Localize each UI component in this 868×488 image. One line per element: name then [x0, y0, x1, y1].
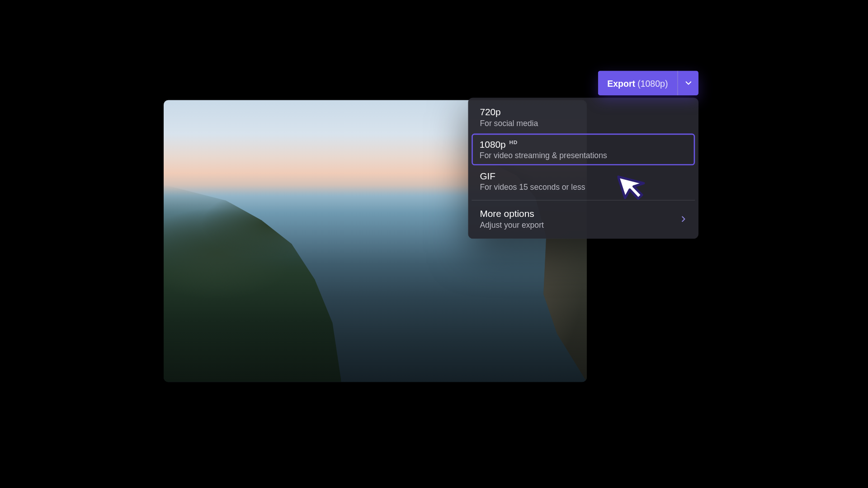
export-option-title: 1080p — [480, 139, 506, 150]
chevron-down-icon — [684, 80, 692, 87]
export-option-1080p[interactable]: 1080p HD For video streaming & presentat… — [472, 134, 695, 165]
hd-badge: HD — [509, 139, 517, 145]
export-label: Export — [607, 78, 635, 88]
export-split-button: Export (1080p) — [598, 71, 698, 96]
export-option-title: 720p — [480, 107, 500, 117]
export-option-subtitle: For video streaming & presentations — [480, 151, 687, 160]
export-button[interactable]: Export (1080p) — [598, 71, 677, 96]
export-option-title: GIF — [480, 171, 495, 182]
more-options-title: More options — [480, 209, 534, 219]
export-option-subtitle: For social media — [480, 119, 687, 128]
divider — [472, 200, 695, 201]
export-dropdown-toggle[interactable] — [677, 71, 698, 96]
export-dropdown: 720p For social media 1080p HD For video… — [468, 98, 698, 239]
more-options-subtitle: Adjust your export — [480, 221, 543, 230]
export-option-720p[interactable]: 720p For social media — [472, 101, 695, 134]
export-current-resolution: (1080p) — [637, 78, 668, 88]
chevron-right-icon — [680, 216, 687, 222]
export-option-gif[interactable]: GIF For videos 15 seconds or less — [472, 165, 695, 198]
export-more-options[interactable]: More options Adjust your export — [472, 203, 695, 235]
export-option-subtitle: For videos 15 seconds or less — [480, 183, 687, 192]
